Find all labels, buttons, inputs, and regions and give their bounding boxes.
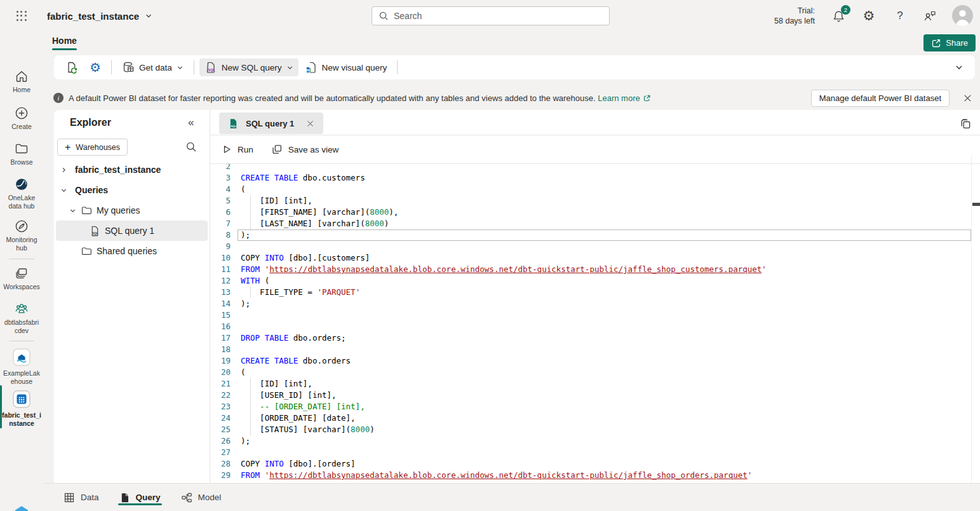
nav-example-lakehouse[interactable]: ExampleLak ehouse [0, 347, 43, 386]
line-number: 20 [210, 367, 231, 378]
tree-item-warehouse[interactable]: fabric_test_instance [54, 160, 210, 180]
line-number: 19 [210, 355, 231, 367]
code-line[interactable]: 12WITH ( [210, 275, 980, 287]
line-number: 14 [210, 298, 231, 310]
view-tab-query[interactable]: Query [119, 484, 161, 511]
tree-item-shared-queries[interactable]: Shared queries [54, 241, 210, 261]
code-line[interactable]: 28COPY INTO [dbo].[orders] [210, 458, 980, 470]
nav-workspace-dbtlabsfabricdev[interactable]: dbtlabsfabri cdev [0, 301, 43, 335]
toolbar-divider [397, 60, 398, 74]
code-line[interactable]: 7 [LAST_NAME] [varchar](8000) [210, 218, 980, 229]
account-avatar[interactable] [952, 5, 973, 26]
view-tab-data[interactable]: Data [64, 484, 99, 511]
code-line[interactable]: 2 [210, 164, 980, 172]
tree-item-sql-query-1[interactable]: SQL SQL query 1 [56, 221, 208, 241]
refresh-button[interactable] [60, 58, 83, 76]
workspace-selector[interactable]: fabric_test_instance [47, 8, 152, 24]
nav-browse[interactable]: Browse [0, 141, 43, 167]
editor-scrollbar-mark[interactable] [972, 203, 980, 206]
tree-item-queries[interactable]: Queries [54, 180, 210, 200]
onelake-data-hub-icon [14, 177, 29, 192]
nav-workspaces[interactable]: Workspaces [0, 266, 43, 291]
code-line[interactable]: 26); [210, 435, 980, 447]
code-line[interactable]: 22 [USER_ID] [int], [210, 390, 980, 401]
folder-icon [81, 245, 92, 257]
new-sql-query-button[interactable]: SQL New SQL query [199, 58, 299, 76]
line-number: 25 [210, 424, 231, 435]
plus-icon: + [65, 142, 70, 153]
code-line[interactable]: 23 -- [ORDER_DATE] [int], [210, 401, 980, 412]
code-line[interactable]: 16 [210, 321, 980, 332]
code-line[interactable]: 25 [STATUS] [varchar](8000) [210, 424, 980, 435]
settings-button[interactable]: ⚙ [861, 8, 876, 24]
line-number: 18 [210, 344, 231, 355]
query-toolbar: Run Save as view [210, 135, 980, 163]
new-warehouse-button[interactable]: + Warehouses [57, 139, 128, 156]
get-data-button[interactable]: Get data [117, 58, 189, 76]
feedback-icon [923, 9, 937, 23]
code-line[interactable]: 21 [ID] [int], [210, 378, 980, 390]
new-visual-query-button[interactable]: New visual query [300, 58, 393, 76]
code-line[interactable]: 4( [210, 184, 980, 195]
search-input[interactable] [394, 11, 603, 21]
code-line[interactable]: 6 [FIRST_NAME] [varchar](8000), [210, 207, 980, 218]
feedback-button[interactable] [922, 8, 937, 24]
nav-create[interactable]: Create [0, 106, 43, 131]
copy-button[interactable] [959, 118, 972, 130]
help-button[interactable]: ? [892, 8, 908, 24]
global-search[interactable] [372, 6, 610, 25]
toolbar-divider [194, 60, 194, 74]
line-number: 11 [210, 264, 231, 275]
ribbon-tab-home[interactable]: Home [52, 36, 77, 46]
query-tab[interactable]: SQL SQL query 1 [219, 112, 323, 134]
view-tab-model[interactable]: Model [181, 484, 222, 511]
nav-fabric-test-instance[interactable]: fabric_test_i nstance [0, 389, 43, 428]
code-line[interactable]: 9 [210, 241, 980, 252]
tab-close-icon[interactable] [306, 119, 314, 128]
code-line[interactable]: 13 FILE_TYPE = 'PARQUET' [210, 287, 980, 298]
nav-home[interactable]: Home [0, 69, 43, 94]
share-button[interactable]: Share [923, 34, 976, 51]
search-icon [379, 11, 389, 21]
banner-close-button[interactable] [960, 90, 975, 106]
code-line[interactable]: 18 [210, 344, 980, 355]
warehouse-settings-button[interactable]: ⚙ [84, 58, 106, 76]
code-line[interactable]: 29FROM 'https://dbtlabsynapsedatalake.bl… [210, 470, 980, 481]
nav-onelake-data-hub[interactable]: OneLake data hub [0, 177, 43, 210]
chevron-down-icon [286, 64, 293, 71]
tree-item-my-queries[interactable]: My queries [54, 200, 210, 221]
home-icon [14, 69, 29, 84]
code-line[interactable]: 10COPY INTO [dbo].[customers] [210, 252, 980, 264]
nav-data-warehouse[interactable]: Data Warehouse [0, 505, 43, 511]
chevron-down-icon [60, 187, 67, 194]
line-number: 3 [210, 172, 231, 184]
ribbon-collapse-chevron[interactable] [955, 63, 969, 72]
code-line[interactable]: 8); [210, 229, 980, 241]
notifications-button[interactable]: 2 [831, 8, 846, 24]
line-number: 28 [210, 458, 231, 470]
sql-code-editor[interactable]: 23CREATE TABLE dbo.customers4(5 [ID] [in… [210, 164, 980, 483]
code-line[interactable]: 11FROM 'https://dbtlabsynapsedatalake.bl… [210, 264, 980, 275]
line-number: 5 [210, 195, 231, 207]
explorer-search-button[interactable] [185, 141, 197, 153]
code-line[interactable]: 3CREATE TABLE dbo.customers [210, 172, 980, 184]
code-line[interactable]: 14); [210, 298, 980, 310]
app-launcher-icon[interactable] [15, 10, 28, 22]
run-button[interactable]: Run [222, 144, 253, 154]
code-line[interactable]: 15 [210, 310, 980, 321]
code-line[interactable]: 17DROP TABLE dbo.orders; [210, 332, 980, 344]
manage-default-dataset-button[interactable]: Manage default Power BI dataset [811, 90, 950, 107]
code-line[interactable]: 19CREATE TABLE dbo.orders [210, 355, 980, 367]
learn-more-link[interactable]: Learn more [598, 93, 650, 103]
line-number: 6 [210, 207, 231, 218]
code-line[interactable]: 27 [210, 447, 980, 458]
code-line[interactable]: 24 [ORDER_DATE] [date], [210, 412, 980, 424]
indent-guide [250, 378, 251, 390]
save-as-view-button[interactable]: Save as view [271, 144, 339, 155]
external-link-icon [643, 94, 651, 102]
workspaces-icon [14, 266, 29, 281]
code-line[interactable]: 20( [210, 367, 980, 378]
explorer-collapse-icon[interactable]: « [188, 116, 194, 129]
code-line[interactable]: 5 [ID] [int], [210, 195, 980, 207]
nav-monitoring-hub[interactable]: Monitoring hub [0, 219, 43, 252]
